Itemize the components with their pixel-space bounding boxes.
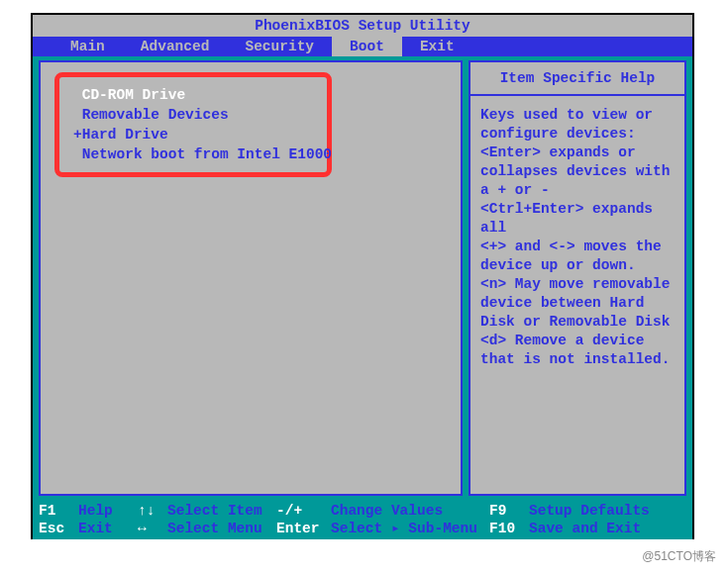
- key-f10: F10: [489, 520, 529, 537]
- boot-item-harddrive[interactable]: +Hard Drive: [73, 125, 313, 144]
- label-select-submenu: Select ▸ Sub-Menu: [331, 520, 489, 537]
- label-save-exit: Save and Exit: [529, 520, 641, 537]
- label-setup-defaults: Setup Defaults: [529, 502, 650, 520]
- title-text: PhoenixBIOS Setup Utility: [255, 18, 470, 34]
- key-updown: ↑↓: [138, 502, 167, 520]
- footer-bar: F1 Help ↑↓ Select Item -/+ Change Values…: [33, 500, 692, 539]
- boot-item-cdrom[interactable]: CD-ROM Drive: [73, 85, 313, 105]
- key-f1: F1: [39, 502, 78, 520]
- footer-row-1: F1 Help ↑↓ Select Item -/+ Change Values…: [39, 502, 686, 520]
- help-body: Keys used to view or configure devices: …: [470, 96, 684, 379]
- help-panel: Item Specific Help Keys used to view or …: [468, 60, 686, 496]
- tab-boot[interactable]: Boot: [332, 37, 402, 56]
- boot-item-network[interactable]: Network boot from Intel E1000: [73, 144, 313, 164]
- boot-item-removable[interactable]: Removable Devices: [73, 105, 313, 125]
- label-help: Help: [78, 502, 138, 520]
- help-title: Item Specific Help: [470, 62, 684, 96]
- label-select-item: Select Item: [167, 502, 276, 520]
- title-bar: PhoenixBIOS Setup Utility: [33, 15, 692, 37]
- label-select-menu: Select Menu: [167, 520, 276, 537]
- key-enter: Enter: [276, 520, 331, 537]
- boot-panel: CD-ROM Drive Removable Devices +Hard Dri…: [39, 60, 463, 496]
- label-exit: Exit: [78, 520, 138, 537]
- footer-row-2: Esc Exit ↔ Select Menu Enter Select ▸ Su…: [39, 520, 686, 537]
- key-plusminus: -/+: [276, 502, 331, 520]
- tab-main[interactable]: Main: [52, 37, 123, 56]
- boot-order-list: CD-ROM Drive Removable Devices +Hard Dri…: [54, 72, 332, 177]
- key-esc: Esc: [39, 520, 78, 537]
- tab-security[interactable]: Security: [227, 37, 332, 56]
- bios-window: PhoenixBIOS Setup Utility Main Advanced …: [31, 13, 694, 539]
- key-f9: F9: [489, 502, 529, 520]
- label-change-values: Change Values: [331, 502, 489, 520]
- watermark: @51CTO博客: [642, 548, 716, 565]
- tab-advanced[interactable]: Advanced: [123, 37, 228, 56]
- tab-exit[interactable]: Exit: [402, 37, 472, 56]
- content-area: CD-ROM Drive Removable Devices +Hard Dri…: [33, 56, 692, 500]
- key-leftright: ↔: [138, 520, 167, 537]
- menu-bar: Main Advanced Security Boot Exit: [33, 37, 692, 56]
